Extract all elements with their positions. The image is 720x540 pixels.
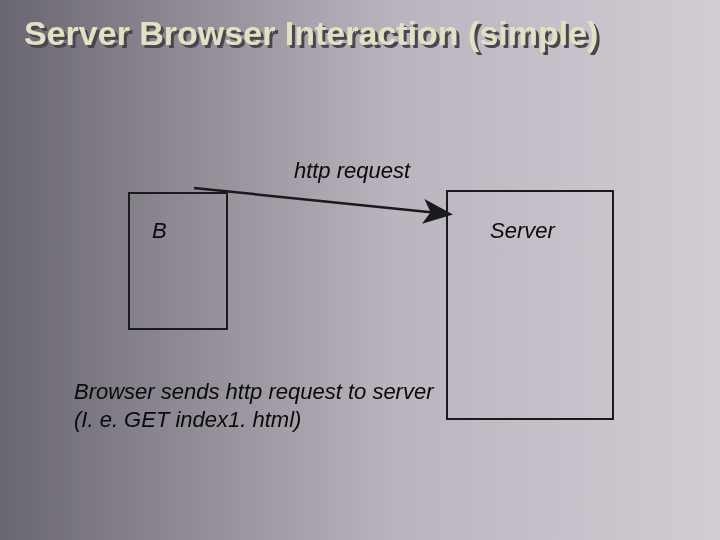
svg-line-0 [194, 188, 448, 214]
caption-line-1: Browser sends http request to server [74, 379, 434, 404]
slide: Server Browser Interaction (simple) Serv… [0, 0, 720, 540]
caption-text: Browser sends http request to server (I.… [74, 378, 574, 433]
http-arrow-icon [190, 180, 470, 230]
browser-box [128, 192, 228, 330]
slide-title: Server Browser Interaction (simple) Serv… [24, 14, 598, 53]
http-request-label: http request [272, 158, 432, 184]
caption-line-2: (I. e. GET index1. html) [74, 407, 301, 432]
browser-label: B [152, 218, 167, 244]
slide-title-text: Server Browser Interaction (simple) [24, 14, 598, 53]
server-label: Server [490, 218, 555, 244]
